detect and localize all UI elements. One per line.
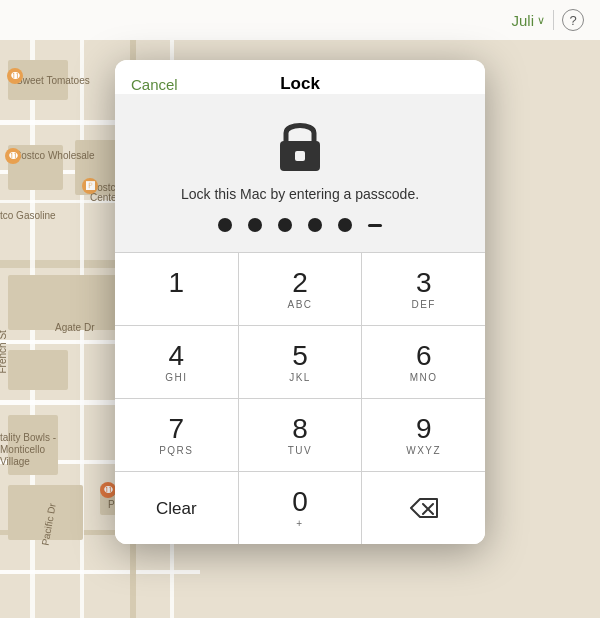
modal-overlay: Cancel Lock Lock this Mac by entering a … bbox=[0, 40, 600, 618]
numpad-row-1: 1 2 ABC 3 DEF bbox=[115, 252, 485, 325]
key-4[interactable]: 4 GHI bbox=[115, 326, 239, 398]
numpad-row-3: 7 PQRS 8 TUV 9 WXYZ bbox=[115, 398, 485, 471]
passcode-dot-6 bbox=[368, 224, 382, 227]
lock-modal: Cancel Lock Lock this Mac by entering a … bbox=[115, 60, 485, 544]
passcode-dot-4 bbox=[308, 218, 322, 232]
key-9-letters: WXYZ bbox=[406, 445, 441, 456]
key-backspace[interactable] bbox=[362, 472, 485, 544]
svg-rect-23 bbox=[295, 151, 305, 161]
key-2-number: 2 bbox=[292, 269, 308, 297]
key-6[interactable]: 6 MNO bbox=[362, 326, 485, 398]
key-6-letters: MNO bbox=[410, 372, 438, 383]
passcode-dot-1 bbox=[218, 218, 232, 232]
passcode-dot-2 bbox=[248, 218, 262, 232]
key-5-letters: JKL bbox=[289, 372, 311, 383]
key-3[interactable]: 3 DEF bbox=[362, 253, 485, 325]
key-6-number: 6 bbox=[416, 342, 432, 370]
key-4-letters: GHI bbox=[165, 372, 187, 383]
key-1[interactable]: 1 bbox=[115, 253, 239, 325]
numpad: 1 2 ABC 3 DEF 4 GHI 5 bbox=[115, 252, 485, 544]
help-button[interactable]: ? bbox=[562, 9, 584, 31]
top-bar: Juli ∨ ? bbox=[0, 0, 600, 40]
chevron-down-icon: ∨ bbox=[537, 14, 545, 27]
key-clear[interactable]: Clear bbox=[115, 472, 239, 544]
key-7[interactable]: 7 PQRS bbox=[115, 399, 239, 471]
modal-header: Cancel Lock bbox=[115, 60, 485, 94]
user-name-text: Juli bbox=[511, 12, 534, 29]
key-5[interactable]: 5 JKL bbox=[239, 326, 363, 398]
key-5-number: 5 bbox=[292, 342, 308, 370]
lock-icon bbox=[274, 115, 326, 173]
passcode-dot-3 bbox=[278, 218, 292, 232]
key-9[interactable]: 9 WXYZ bbox=[362, 399, 485, 471]
key-2-letters: ABC bbox=[287, 299, 312, 310]
key-3-number: 3 bbox=[416, 269, 432, 297]
modal-title: Lock bbox=[280, 74, 320, 94]
key-8-number: 8 bbox=[292, 415, 308, 443]
backspace-icon bbox=[409, 497, 439, 519]
key-1-letters bbox=[174, 299, 178, 310]
key-7-number: 7 bbox=[169, 415, 185, 443]
key-8-letters: TUV bbox=[288, 445, 313, 456]
cancel-button[interactable]: Cancel bbox=[131, 76, 178, 93]
key-0[interactable]: 0 + bbox=[239, 472, 363, 544]
key-1-number: 1 bbox=[169, 269, 185, 297]
key-3-letters: DEF bbox=[411, 299, 436, 310]
lock-icon-container bbox=[270, 114, 330, 174]
numpad-row-4: Clear 0 + bbox=[115, 471, 485, 544]
modal-body: Lock this Mac by entering a passcode. bbox=[115, 94, 485, 252]
key-7-letters: PQRS bbox=[159, 445, 193, 456]
passcode-dot-5 bbox=[338, 218, 352, 232]
divider bbox=[553, 10, 554, 30]
key-0-number: 0 bbox=[292, 488, 308, 516]
modal-description: Lock this Mac by entering a passcode. bbox=[181, 186, 419, 202]
passcode-dots bbox=[218, 218, 382, 232]
key-4-number: 4 bbox=[169, 342, 185, 370]
user-name[interactable]: Juli ∨ bbox=[511, 12, 545, 29]
numpad-row-2: 4 GHI 5 JKL 6 MNO bbox=[115, 325, 485, 398]
key-2[interactable]: 2 ABC bbox=[239, 253, 363, 325]
key-0-letters: + bbox=[296, 518, 303, 529]
key-9-number: 9 bbox=[416, 415, 432, 443]
key-clear-label: Clear bbox=[156, 500, 197, 517]
key-8[interactable]: 8 TUV bbox=[239, 399, 363, 471]
